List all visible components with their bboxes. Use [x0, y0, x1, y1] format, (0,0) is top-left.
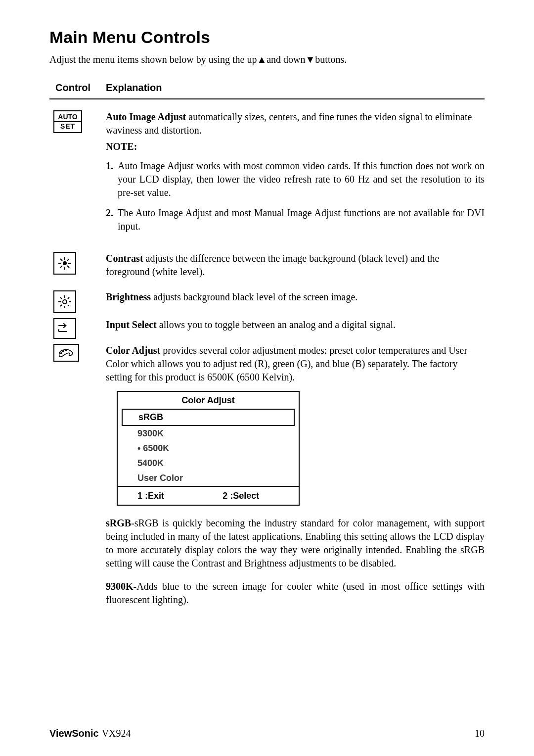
row-auto-image: AUTO SET Auto Image Adjust automatically…: [49, 110, 485, 240]
svg-point-20: [66, 350, 67, 351]
panel-title: Color Adjust: [118, 392, 299, 409]
contrast-lead: Contrast: [106, 253, 143, 264]
contrast-icon: [53, 252, 76, 275]
panel-item-srgb: sRGB: [122, 409, 295, 425]
panel-item-6500k: • 6500K: [118, 441, 299, 456]
color-adjust-icon: [53, 344, 79, 362]
header-explanation: Explanation: [106, 82, 485, 94]
row-input-select: Input Select allows you to toggle betwee…: [49, 318, 485, 339]
svg-line-6: [67, 266, 69, 268]
intro-mid: and down: [267, 54, 305, 65]
intro-suffix: buttons.: [315, 54, 347, 65]
panel-item-9300k: 9300K: [118, 426, 299, 441]
row-contrast: Contrast adjusts the difference between …: [49, 252, 485, 279]
input-select-icon: [53, 318, 76, 339]
note-num-1: 1.: [106, 159, 118, 199]
auto-set-line2: SET: [60, 122, 75, 131]
svg-line-15: [68, 305, 69, 306]
input-select-body: allows you to toggle between an analog a…: [157, 319, 396, 330]
auto-image-para: Auto Image Adjust automatically sizes, c…: [106, 111, 472, 136]
k9300-lead: 9300K-: [106, 581, 136, 592]
svg-line-8: [67, 259, 69, 261]
note-label: NOTE:: [106, 140, 485, 153]
panel-exit: 1 :Exit: [118, 487, 222, 505]
column-header: Control Explanation: [49, 82, 485, 99]
svg-point-19: [63, 351, 64, 352]
note-num-2: 2.: [106, 206, 118, 233]
svg-point-9: [63, 300, 67, 304]
svg-line-14: [60, 297, 62, 299]
brightness-icon: [53, 290, 76, 313]
panel-select: 2 :Select: [222, 487, 299, 505]
footer-model: VX924: [102, 728, 131, 739]
srgb-lead: sRGB: [106, 518, 131, 528]
note-list: 1.Auto Image Adjust works with most comm…: [106, 159, 485, 233]
footer-brand: ViewSonic: [49, 728, 99, 739]
contrast-body: adjusts the difference between the image…: [106, 253, 439, 277]
intro-text: Adjust the menu items shown below by usi…: [49, 54, 485, 65]
k9300-para: 9300K-Adds blue to the screen image for …: [106, 580, 485, 607]
note-body-1: Auto Image Adjust works with most common…: [118, 159, 485, 199]
note-item-2: 2.The Auto Image Adjust and most Manual …: [106, 206, 485, 233]
row-color-adjust: Color Adjust provides several color adju…: [49, 344, 485, 614]
header-control: Control: [49, 82, 106, 94]
intro-prefix: Adjust the menu items shown below by usi…: [49, 54, 257, 65]
svg-point-18: [61, 353, 62, 354]
input-select-lead: Input Select: [106, 319, 157, 330]
page-footer: ViewSonicVX924 10: [49, 728, 485, 739]
svg-point-0: [63, 262, 66, 265]
panel-item-user-color: User Color: [118, 471, 299, 485]
color-adjust-lead: Color Adjust: [106, 345, 160, 356]
footer-left: ViewSonicVX924: [49, 728, 131, 739]
note-item-1: 1.Auto Image Adjust works with most comm…: [106, 159, 485, 199]
k9300-body: Adds blue to the screen image for cooler…: [106, 581, 485, 605]
color-adjust-panel: Color Adjust sRGB 9300K • 6500K 5400K Us…: [117, 391, 300, 506]
svg-line-16: [60, 305, 62, 306]
row-brightness: Brightness adjusts background black leve…: [49, 290, 485, 313]
brightness-body: adjusts background black level of the sc…: [151, 291, 357, 302]
note-body-2: The Auto Image Adjust and most Manual Im…: [118, 206, 485, 233]
svg-line-5: [60, 259, 62, 261]
srgb-para: sRGB-sRGB is quickly becoming the indust…: [106, 517, 485, 570]
auto-set-line1: AUTO: [54, 113, 81, 122]
brightness-lead: Brightness: [106, 291, 151, 302]
srgb-body: -sRGB is quickly becoming the industry s…: [106, 518, 485, 568]
svg-line-7: [60, 266, 62, 268]
panel-item-5400k: 5400K: [118, 456, 299, 471]
svg-line-17: [68, 297, 69, 299]
auto-set-icon: AUTO SET: [53, 110, 82, 133]
auto-image-lead: Auto Image Adjust: [106, 111, 186, 122]
footer-page: 10: [475, 728, 485, 739]
color-adjust-body: provides several color adjustment modes:…: [106, 345, 467, 382]
page-title: Main Menu Controls: [49, 28, 485, 47]
